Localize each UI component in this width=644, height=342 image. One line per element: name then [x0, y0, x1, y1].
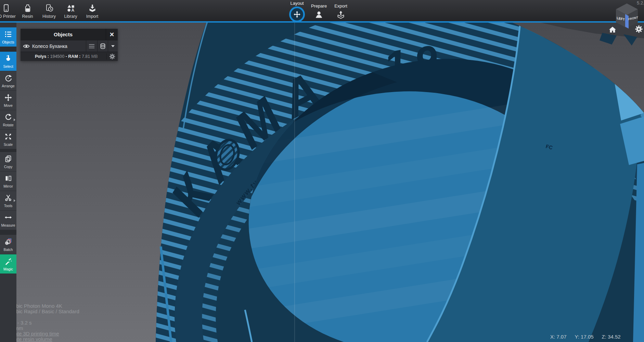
list-icon [4, 30, 12, 39]
ram-unit: MB [91, 54, 98, 59]
sidebar-label: Objects [2, 40, 14, 44]
scissors-icon [4, 194, 12, 203]
view-orientation-cube[interactable]: LEFT FRONT [611, 1, 642, 30]
sidebar-divider [0, 230, 16, 235]
menu-item-resin[interactable]: Resin [17, 0, 38, 21]
export-icon [336, 10, 345, 20]
sidebar-label: Scale [4, 142, 13, 147]
copy-icon [4, 155, 12, 164]
sidebar-label: Copy [4, 165, 13, 169]
sidebar-item-mirror[interactable]: Mirror [0, 172, 16, 191]
measure-arrows-icon [4, 213, 12, 222]
object-stats-row: Polys : 194500 - RAM : 7.81 MB [21, 52, 118, 61]
ram-label: RAM : [68, 54, 80, 59]
sidebar-label: Arrange [2, 84, 14, 88]
menu-label: Import [86, 14, 98, 19]
tool-sidebar: Objects Select Arrange Move Rotate Scale… [0, 23, 16, 342]
move-icon [289, 7, 305, 22]
visibility-eye-icon[interactable] [21, 44, 32, 49]
tab-label: Export [334, 3, 347, 9]
sidebar-item-measure[interactable]: Measure [0, 211, 16, 230]
sidebar-label: Move [4, 103, 13, 107]
sidebar-label: Select [3, 64, 13, 68]
sidebar-item-tools[interactable]: Tools [0, 191, 16, 211]
sidebar-item-select[interactable]: Select [0, 52, 16, 71]
app-window: КАМА 19 www.tyre-kama.ru www.shina-kama.… [0, 0, 644, 342]
sidebar-item-scale[interactable]: Scale [0, 130, 16, 149]
history-clock-icon [45, 4, 54, 13]
menu-label: 3D Printer [0, 14, 16, 19]
svg-text:A: A [71, 8, 74, 13]
resin-assign-icon[interactable] [97, 40, 108, 52]
batch-gear-icon [4, 238, 12, 246]
cursor-coordinates: X: 7.07 Y: 17.05 Z: 34.52 [550, 334, 629, 340]
magic-wand-icon [4, 257, 12, 266]
object-name[interactable]: Колесо Буханка [32, 43, 86, 49]
menu-item-3d-printer[interactable]: 3D Printer [0, 0, 17, 21]
polys-label: Polys : [35, 54, 49, 59]
sidebar-divider [0, 47, 16, 52]
rotate-icon [4, 113, 12, 122]
sidebar-item-batch[interactable]: Batch [0, 235, 16, 254]
sidebar-item-rotate[interactable]: Rotate [0, 110, 16, 130]
coord-y: Y: 17.05 [575, 334, 594, 340]
objects-panel: Objects × Колесо Буханка Polys : 194500 … [21, 29, 118, 61]
menu-label: Library [64, 14, 77, 19]
submenu-chevron-icon [14, 118, 15, 121]
sidebar-label: Tools [4, 204, 13, 208]
chevron-down-icon[interactable] [108, 40, 118, 52]
stats-separator: - [66, 54, 67, 59]
tab-layout[interactable]: Layout [286, 0, 308, 22]
sidebar-label: Rotate [3, 123, 14, 127]
mode-tabs: Layout Prepare Export [286, 0, 352, 22]
sidebar-item-move[interactable]: Move [0, 91, 16, 110]
library-shapes-icon: A [66, 4, 75, 13]
coord-x: X: 7.07 [550, 334, 567, 340]
objects-panel-header: Objects × [21, 29, 118, 40]
import-icon [88, 4, 97, 13]
sidebar-item-magic[interactable]: Magic [0, 254, 16, 274]
close-icon[interactable]: × [106, 29, 118, 40]
object-menu-icon[interactable] [86, 40, 97, 52]
sidebar-label: Batch [4, 248, 13, 252]
coord-z: Z: 34.52 [602, 334, 621, 340]
resin-bottle-icon [23, 4, 32, 13]
object-settings-gear-icon[interactable] [106, 53, 118, 60]
menu-item-import[interactable]: Import [81, 0, 103, 21]
cube-axis-stripe [625, 14, 629, 29]
tab-export[interactable]: Export [330, 0, 352, 22]
move-icon [4, 93, 12, 102]
main-menu: 3D Printer Resin History A Library [0, 0, 103, 21]
ram-value: 7.81 [82, 54, 90, 59]
sidebar-label: Magic [3, 267, 13, 271]
mirror-icon [4, 174, 12, 183]
polys-value: 194500 [50, 54, 64, 59]
sidebar-label: Mirror [3, 184, 13, 188]
object-stats: Polys : 194500 - RAM : 7.81 MB [21, 54, 106, 59]
sidebar-label: Measure [1, 223, 15, 227]
sidebar-divider [0, 149, 16, 152]
menu-label: History [42, 14, 56, 19]
select-hand-icon [4, 54, 12, 63]
arrange-icon [4, 74, 12, 83]
sidebar-item-copy[interactable]: Copy [0, 152, 16, 172]
sidebar-item-arrange[interactable]: Arrange [0, 71, 16, 91]
menu-label: Resin [22, 14, 33, 19]
objects-panel-title: Objects [21, 31, 106, 37]
tab-prepare[interactable]: Prepare [308, 0, 330, 22]
menu-item-history[interactable]: History [38, 0, 60, 21]
sidebar-item-objects[interactable]: Objects [0, 27, 16, 47]
printer-icon [2, 4, 11, 13]
submenu-chevron-icon [14, 199, 15, 202]
supports-icon [314, 10, 323, 20]
tab-label: Prepare [311, 3, 327, 9]
menu-item-library[interactable]: A Library [60, 0, 81, 21]
tab-label: Layout [290, 1, 304, 6]
scale-icon [4, 132, 12, 141]
object-list-item[interactable]: Колесо Буханка [21, 40, 118, 52]
